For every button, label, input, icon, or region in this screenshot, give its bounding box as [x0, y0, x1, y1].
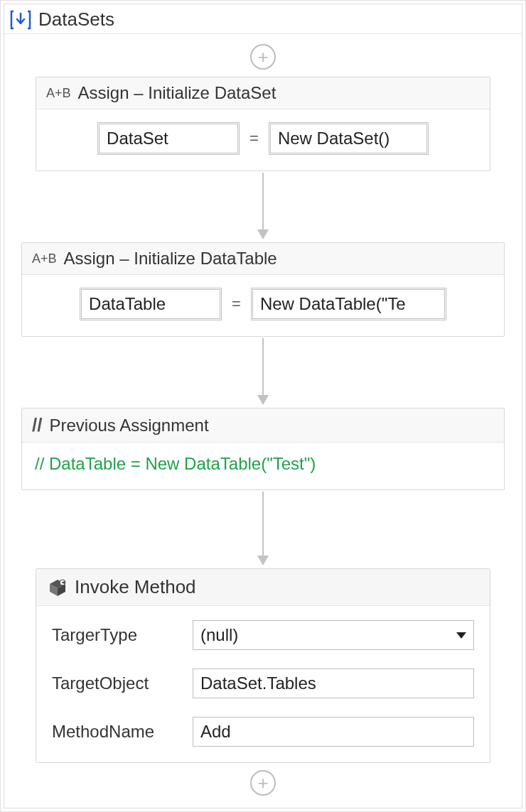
row-label: TargerType: [52, 625, 180, 645]
activity-header[interactable]: Invoke Method: [36, 569, 490, 606]
add-activity-bottom[interactable]: +: [250, 770, 276, 796]
assign-lhs-input[interactable]: [97, 122, 240, 155]
activity-invoke-method[interactable]: Invoke Method TargerType (null) TargetOb…: [36, 568, 490, 763]
assign-icon: A+B: [46, 86, 71, 101]
assign-lhs-input[interactable]: [80, 288, 222, 320]
connector-arrow: [257, 173, 269, 239]
connector-arrow: [257, 492, 269, 565]
chevron-down-icon: [456, 632, 466, 639]
assign-rhs-input[interactable]: [269, 122, 429, 155]
methodname-input[interactable]: [193, 717, 474, 747]
dropdown-value: (null): [200, 625, 238, 645]
activity-assign-datatable[interactable]: A+B Assign – Initialize DataTable =: [21, 242, 505, 337]
row-label: TargetObject: [52, 673, 180, 693]
invoke-row-targettype: TargerType (null): [52, 620, 474, 650]
cube-icon: [48, 578, 68, 597]
row-label: MethodName: [52, 722, 180, 742]
comment-icon: //: [32, 414, 42, 436]
activity-title: Invoke Method: [75, 576, 196, 598]
invoke-row-targetobject: TargetObject: [52, 668, 474, 698]
activity-title: Previous Assignment: [49, 416, 208, 435]
activity-assign-dataset[interactable]: A+B Assign – Initialize DataSet =: [36, 77, 490, 171]
connector-arrow: [257, 338, 269, 405]
targettype-dropdown[interactable]: (null): [193, 620, 474, 650]
add-activity-top[interactable]: +: [250, 44, 276, 70]
targetobject-input[interactable]: [193, 668, 474, 698]
activity-body: =: [36, 109, 490, 170]
activity-header[interactable]: A+B Assign – Initialize DataTable: [22, 243, 504, 275]
activity-title: Assign – Initialize DataTable: [64, 249, 277, 269]
activity-body: =: [22, 275, 504, 336]
equals-sign: =: [249, 129, 259, 148]
assign-icon: A+B: [32, 251, 57, 266]
sequence-title: DataSets: [38, 9, 114, 31]
activity-body: TargerType (null) TargetObject MethodNam…: [36, 606, 490, 762]
assign-rhs-input[interactable]: [251, 288, 446, 320]
invoke-row-methodname: MethodName: [52, 717, 474, 747]
equals-sign: =: [232, 295, 241, 313]
activity-header[interactable]: A+B Assign – Initialize DataSet: [36, 77, 490, 109]
activity-title: Assign – Initialize DataSet: [78, 83, 277, 103]
sequence-container[interactable]: DataSets + A+B Assign – Initialize DataS…: [4, 4, 522, 808]
designer-canvas: DataSets + A+B Assign – Initialize DataS…: [0, 0, 526, 812]
comment-text: // DataTable = New DataTable("Test"): [22, 443, 504, 489]
sequence-header[interactable]: DataSets: [4, 4, 522, 34]
sequence-body: + A+B Assign – Initialize DataSet =: [4, 34, 522, 804]
activity-comment-previous-assignment[interactable]: // Previous Assignment // DataTable = Ne…: [21, 408, 505, 490]
activity-header[interactable]: // Previous Assignment: [22, 408, 504, 443]
sequence-icon: [10, 9, 31, 31]
